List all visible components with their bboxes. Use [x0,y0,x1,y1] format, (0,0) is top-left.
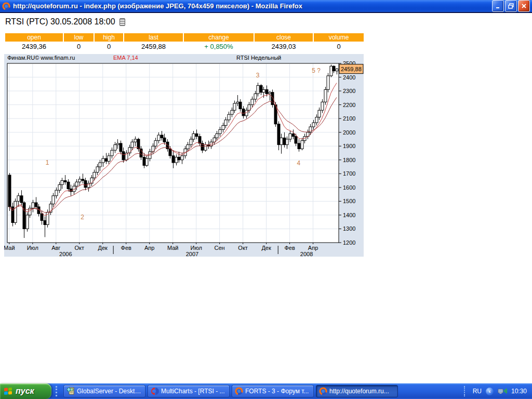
svg-text:1400: 1400 [343,212,355,218]
windows-logo-icon [4,387,12,395]
svg-text:5 ?: 5 ? [312,67,321,74]
svg-text:Фев: Фев [284,245,295,251]
start-label: пуск [16,387,34,396]
svg-text:Сен: Сен [215,245,225,251]
col-open: open [5,33,63,42]
taskbar: пуск GlobalServer - Deskto... [0,383,532,399]
svg-text:1900: 1900 [343,143,355,149]
col-close: close [255,33,313,42]
svg-text:2459,88: 2459,88 [341,66,362,72]
svg-text:4: 4 [297,159,301,167]
last-value: 2459,88 [124,42,183,52]
svg-text:RTSI Недельный: RTSI Недельный [236,55,281,61]
task-quoteforum-active[interactable]: http://quoteforum.ru... [316,385,398,397]
window-titlebar[interactable]: http://quoteforum.ru - index.php (изобра… [0,0,532,13]
col-change: change [184,33,254,42]
svg-text:Авг: Авг [51,245,60,251]
svg-text:1300: 1300 [343,225,355,232]
high-value: 0 [95,42,123,52]
svg-text:EMA 7,14: EMA 7,14 [113,55,138,61]
close-value: 2439,03 [255,42,313,52]
quick-launch-separator[interactable] [56,386,59,396]
open-value: 2439,36 [5,42,63,52]
col-volume: volume [314,33,364,42]
system-tray: RU ‹ 10:30 [463,383,532,399]
keyboard-layout-indicator[interactable]: RU [473,388,482,395]
firefox-icon [2,2,10,10]
svg-text:Май: Май [167,245,179,251]
svg-text:1600: 1600 [343,184,355,191]
task-label: FORTS - 3 - Форум т... [245,388,309,395]
task-label: http://quoteforum.ru... [329,388,389,395]
change-value: + 0,850% [184,42,254,52]
svg-text:2008: 2008 [300,251,313,257]
svg-text:1700: 1700 [343,170,355,177]
volume-value: 0 [314,42,364,52]
task-label: GlobalServer - Deskto... [77,388,142,395]
svg-text:2006: 2006 [59,251,72,257]
price-chart-image: 2500240023002200210020001900180017001600… [4,54,364,257]
svg-text:Окт: Окт [74,245,84,251]
svg-text:2400: 2400 [343,74,355,81]
task-globalserver[interactable]: GlobalServer - Deskto... [63,385,145,397]
low-value: 0 [64,42,94,52]
multicharts-icon [151,387,159,395]
svg-text:Июл: Июл [190,245,202,251]
window-title: http://quoteforum.ru - index.php (изобра… [13,2,492,10]
firefox-icon [319,387,327,395]
svg-text:Дек: Дек [261,245,271,251]
globalserver-icon [66,387,75,395]
col-last: last [124,33,183,42]
firefox-icon [235,387,243,395]
quote-table: open low high last change close volume 2… [5,33,364,52]
page-title: RTSI (РТС) 30.05.2008 18:00 [5,17,115,26]
phone-icon[interactable] [119,18,125,26]
hide-icons-button[interactable]: ‹ [486,388,494,395]
svg-text:3: 3 [256,72,260,79]
svg-text:1200: 1200 [343,240,355,246]
close-button[interactable] [518,0,530,12]
task-forts-forum[interactable]: FORTS - 3 - Форум т... [232,385,314,397]
svg-text:1: 1 [46,159,49,166]
svg-text:2300: 2300 [343,88,355,94]
svg-text:Финам.RU© www.finam.ru: Финам.RU© www.finam.ru [7,55,75,61]
col-high: high [95,33,123,42]
svg-text:2000: 2000 [343,129,355,136]
col-low: low [64,33,94,42]
svg-text:2200: 2200 [343,102,355,108]
quote-values-row: 2439,36 0 0 2459,88 + 0,850% 2439,03 0 [5,42,364,52]
task-multicharts[interactable]: MultiCharts - [RTSI - ... [148,385,230,397]
desktop: http://quoteforum.ru - index.php (изобра… [0,0,532,399]
svg-text:Апр: Апр [308,245,318,251]
restore-button[interactable] [505,0,517,12]
svg-text:2100: 2100 [343,115,355,122]
svg-text:1500: 1500 [343,198,355,204]
svg-text:1800: 1800 [343,157,355,163]
task-label: MultiCharts - [RTSI - ... [161,388,224,395]
quote-header-row: open low high last change close volume [5,33,364,42]
network-icon[interactable] [498,387,507,395]
minimize-button[interactable] [492,0,504,12]
clock: 10:30 [511,388,527,395]
svg-text:Апр: Апр [144,245,154,251]
start-button[interactable]: пуск [0,383,51,399]
svg-text:Дек: Дек [98,245,108,251]
candlestick-chart: 2500240023002200210020001900180017001600… [4,54,364,257]
svg-text:Май: Май [4,245,15,251]
svg-text:Июл: Июл [27,245,38,251]
svg-text:2: 2 [81,214,84,221]
svg-text:2007: 2007 [186,251,198,257]
svg-text:Фев: Фев [121,245,131,251]
svg-text:Окт: Окт [238,245,248,251]
tray-separator [464,386,467,396]
